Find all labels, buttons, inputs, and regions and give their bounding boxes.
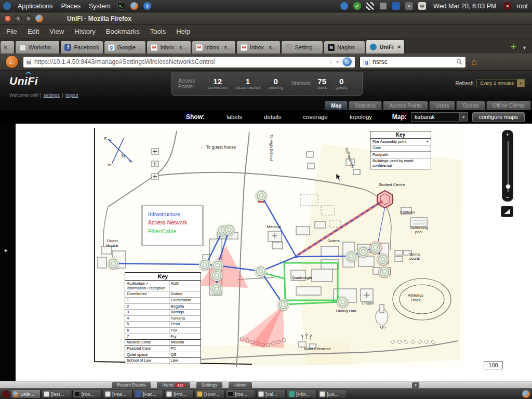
home-button[interactable]: ⌂	[470, 57, 478, 68]
tab-alerts[interactable]: Alerts 423	[157, 382, 190, 388]
tab-recent-events[interactable]: Recent Events	[112, 382, 151, 388]
taskbar-window-unifi[interactable]: UniF...	[11, 390, 41, 398]
magnifier-icon[interactable]	[456, 59, 462, 65]
access-point[interactable]	[357, 246, 369, 257]
access-point[interactable]	[345, 250, 357, 262]
tab-statistics[interactable]: Statistics	[349, 101, 382, 110]
access-point[interactable]	[277, 299, 289, 310]
tab-settings-bottom[interactable]: Settings	[196, 382, 223, 388]
screenshot-tool-icon[interactable]	[366, 2, 374, 10]
volume-muted-icon[interactable]: ×	[405, 2, 413, 10]
tab-inbox-2[interactable]: ✉ Inbox - s...	[192, 41, 236, 54]
menu-edit[interactable]: Edit	[28, 28, 39, 35]
system-menu[interactable]: System	[87, 3, 112, 10]
terminal-launcher-icon[interactable]: >_	[117, 2, 125, 10]
access-point[interactable]	[255, 265, 267, 277]
access-point[interactable]	[211, 283, 222, 295]
taskbar-window-7[interactable]: [RAP...	[195, 390, 224, 398]
menu-help[interactable]: Help	[176, 28, 190, 35]
toggle-topology[interactable]: topology	[350, 114, 372, 120]
menu-bookmarks[interactable]: Bookmarks	[106, 28, 140, 35]
taskbar-window-6[interactable]: [Pro...	[164, 390, 194, 398]
access-point[interactable]	[108, 258, 119, 269]
updates-ok-icon[interactable]: ✓	[353, 2, 361, 10]
taskbar-window-2[interactable]: [last...	[42, 390, 71, 398]
url-bar[interactable]: https://10.1.4.50:8443/manage#SettingsWi…	[23, 56, 355, 68]
google-search-icon[interactable]: g	[363, 59, 370, 65]
access-point[interactable]	[370, 242, 381, 254]
access-point[interactable]	[223, 224, 235, 235]
distro-menu-icon[interactable]	[3, 2, 11, 10]
panel-expander-icon[interactable]: ▸	[5, 247, 7, 253]
taskbar-window-10[interactable]: [Pict...	[287, 390, 316, 398]
tab-close-icon[interactable]: ×	[397, 44, 401, 50]
configure-maps-button[interactable]: configure maps	[472, 112, 525, 122]
tab-guests[interactable]: Guests	[456, 101, 485, 110]
taskbar-window-5[interactable]: [Fac...	[134, 390, 163, 398]
firefox-launcher-icon[interactable]	[130, 2, 138, 10]
access-point[interactable]	[199, 259, 210, 270]
refresh-interval-dropdown[interactable]: Every 2 minutes ▼	[476, 79, 525, 87]
search-input[interactable]	[373, 58, 454, 65]
tab-admin[interactable]: Admin	[229, 382, 251, 388]
window-titlebar[interactable]: × ▼ + UniFi - Mozilla Firefox	[0, 12, 532, 25]
places-menu[interactable]: Places	[59, 3, 82, 10]
tab-unifi[interactable]: UniFi ×	[366, 39, 405, 54]
search-bar[interactable]: g	[360, 56, 466, 68]
tab-0[interactable]: k	[0, 41, 15, 54]
applications-menu[interactable]: Applications	[16, 3, 54, 10]
tab-google[interactable]: g Google ...	[104, 41, 147, 54]
help-launcher-icon[interactable]: ?	[143, 2, 151, 10]
taskbar-window-8[interactable]: [roo...	[225, 390, 255, 398]
window-minimize-button[interactable]: ▼	[15, 15, 22, 22]
display-icon[interactable]	[379, 2, 387, 10]
map-viewport[interactable]: ← To guest house To High School staff qu…	[16, 124, 532, 381]
settings-link[interactable]: settings	[44, 92, 60, 98]
access-point[interactable]	[256, 190, 267, 201]
show-desktop-button[interactable]	[2, 390, 10, 398]
menu-file[interactable]: File	[6, 28, 17, 35]
taskbar-window-4[interactable]: [Pas...	[103, 390, 132, 398]
toggle-coverage[interactable]: coverage	[303, 114, 327, 120]
bookmark-star-icon[interactable]: ☆	[328, 58, 334, 65]
tab-inbox-3[interactable]: ✉ Inbox - s...	[236, 41, 281, 54]
tab-workshop[interactable]: Worksho...	[15, 41, 60, 54]
new-tab-button[interactable]: +	[507, 42, 520, 54]
firefox-tray-icon[interactable]	[522, 390, 530, 398]
events-dropdown-icon[interactable]: ▼	[412, 382, 419, 388]
reload-button[interactable]: ↻	[342, 57, 352, 66]
clock[interactable]: Wed Mar 20, 6:03 PM	[431, 3, 498, 10]
access-point[interactable]	[379, 266, 390, 277]
window-maximize-button[interactable]: +	[25, 15, 32, 22]
window-close-button[interactable]: ×	[4, 15, 11, 22]
zoom-slider[interactable]: + −	[502, 130, 513, 202]
dropdown-arrow-icon[interactable]: ▼	[517, 79, 524, 87]
dropdown-arrow-icon[interactable]: ▼	[459, 113, 468, 121]
coverage-toggle-button[interactable]	[501, 206, 513, 217]
tab-offline-clients[interactable]: Offline Clients	[486, 101, 531, 110]
menu-view[interactable]: View	[49, 28, 64, 35]
taskbar-window-3[interactable]: [roo...	[72, 390, 102, 398]
toggle-labels[interactable]: labels	[227, 114, 242, 120]
tab-users[interactable]: Users	[429, 101, 455, 110]
zoom-in-button[interactable]: +	[502, 131, 513, 138]
url-text[interactable]: https://10.1.4.50:8443/manage#SettingsWi…	[34, 58, 325, 65]
tab-list-dropdown-icon[interactable]: ▼	[520, 45, 532, 54]
menu-tools[interactable]: Tools	[150, 28, 166, 35]
refresh-link[interactable]: Refresh	[455, 81, 473, 86]
tab-nagios[interactable]: N Nagios ...	[324, 41, 365, 54]
tab-facebook[interactable]: f Facebook	[60, 41, 103, 54]
toggle-details[interactable]: details	[264, 114, 281, 120]
tab-inbox-1[interactable]: ✉ Inbox - s...	[147, 41, 191, 54]
bluetooth-icon[interactable]	[392, 2, 400, 10]
tab-map[interactable]: Map	[325, 101, 348, 110]
access-point[interactable]	[377, 254, 389, 265]
shutdown-icon[interactable]: ×	[503, 2, 511, 10]
logout-link[interactable]: logout	[65, 92, 78, 98]
access-point[interactable]	[337, 296, 349, 308]
taskbar-window-9[interactable]: [val...	[256, 390, 286, 398]
zoom-out-button[interactable]: −	[502, 194, 513, 201]
user-name[interactable]: root	[516, 3, 528, 10]
url-dropdown-icon[interactable]: ▼	[336, 60, 339, 64]
zoom-handle[interactable]	[506, 184, 511, 189]
